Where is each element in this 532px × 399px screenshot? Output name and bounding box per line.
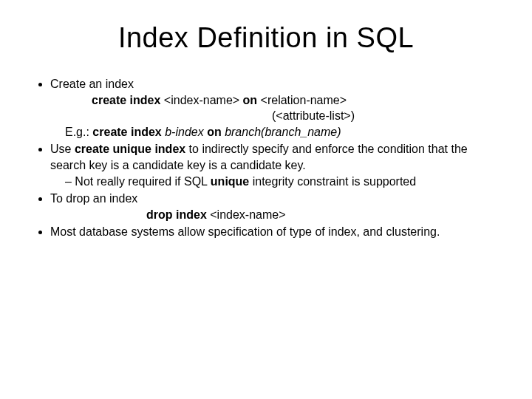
sub-text-a: Not really required if SQL	[75, 175, 210, 188]
slide-body: Create an index create index <index-name…	[30, 76, 502, 240]
bullet-list: Create an index create index <index-name…	[30, 76, 502, 240]
eg-on: on	[207, 126, 225, 138]
eg-label: E.g.:	[65, 126, 92, 138]
bullet-unique-index: Use create unique index to indirectly sp…	[50, 141, 502, 189]
kw-unique: unique	[211, 175, 249, 188]
example-line: E.g.: create index b-index on branch(bra…	[50, 124, 502, 140]
arg-index-name: <index-name>	[164, 94, 239, 106]
kw-create-unique-index: create unique index	[75, 143, 185, 155]
eg-create-index: create index	[92, 126, 161, 138]
slide: Index Definition in SQL Create an index …	[0, 0, 532, 399]
bullet-index-types: Most database systems allow specificatio…	[50, 224, 502, 240]
arg-attribute-list: (<attribute-list>)	[272, 109, 355, 122]
arg-drop-index-name: <index-name>	[210, 208, 285, 221]
eg-relation: branch(branch_name)	[225, 126, 341, 138]
bullet-text: To drop an index	[50, 192, 137, 205]
kw-drop-index: drop index	[146, 208, 210, 221]
bullet-text: Most database systems allow specificatio…	[50, 225, 440, 238]
slide-title: Index Definition in SQL	[30, 22, 502, 54]
arg-relation-name: <relation-name>	[261, 94, 347, 106]
bullet-create-index: Create an index create index <index-name…	[50, 76, 502, 140]
kw-create-index: create index	[92, 94, 164, 106]
kw-on: on	[239, 94, 260, 106]
bullet-text: Create an index	[50, 78, 134, 90]
sub-bullet-list: Not really required if SQL unique integr…	[50, 174, 502, 190]
syntax-line-1: create index <index-name> on <relation-n…	[50, 92, 502, 109]
bullet-drop-index: To drop an index drop index <index-name>	[50, 191, 502, 222]
syntax-line-2: (<attribute-list>)	[50, 108, 502, 124]
eg-index-name: b-index	[162, 126, 207, 138]
sub-text-c: integrity constraint is supported	[249, 175, 416, 188]
text-use: Use	[50, 143, 75, 155]
drop-syntax-line: drop index <index-name>	[50, 207, 502, 223]
sub-bullet-not-required: Not really required if SQL unique integr…	[65, 174, 502, 190]
